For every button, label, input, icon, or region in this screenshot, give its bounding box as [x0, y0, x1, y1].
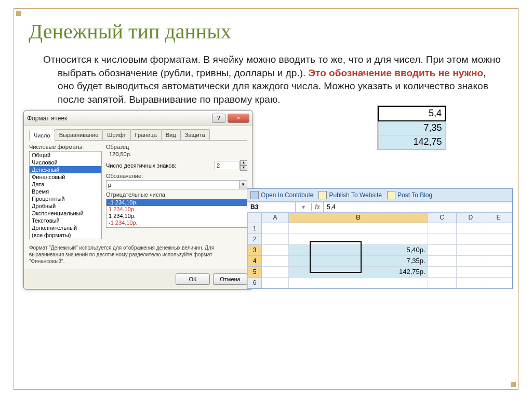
chevron-down-icon[interactable]: ▼	[239, 181, 247, 189]
ok-button[interactable]: ОК	[176, 273, 210, 285]
negatives-label: Отрицательные числа:	[106, 191, 247, 198]
plain-cells-sample: 5,4 7,35 142,75	[377, 105, 446, 150]
col-header[interactable]: E	[485, 212, 512, 223]
contribute-toolbar: Open In Contribute Publish To Website Po…	[247, 189, 512, 202]
formula-bar[interactable]: 5,4	[324, 202, 512, 212]
name-box[interactable]: B3	[247, 202, 296, 212]
list-item[interactable]: Общий	[30, 152, 101, 159]
list-item[interactable]: Время	[30, 188, 101, 195]
list-item[interactable]: Числовой	[30, 159, 101, 166]
tab-number[interactable]: Число	[29, 130, 55, 141]
list-item[interactable]: Дробный	[30, 202, 101, 210]
decimals-spin[interactable]: ▲▼	[240, 160, 247, 171]
negatives-listbox[interactable]: -1 234,10р. 1 234,10р. 1 234,10р. -1 234…	[106, 199, 247, 228]
tab-alignment[interactable]: Выравнивание	[55, 129, 103, 140]
select-all[interactable]	[248, 212, 262, 223]
tab-border[interactable]: Граница	[130, 129, 162, 140]
list-item[interactable]: Текстовый	[30, 217, 101, 224]
list-item[interactable]: 1 234,10р.	[107, 206, 247, 213]
list-item[interactable]: (все форматы)	[30, 231, 101, 239]
row-header[interactable]: 6	[248, 277, 262, 288]
col-header[interactable]: B	[289, 212, 428, 223]
list-item[interactable]: 1 234,10р.	[107, 213, 247, 219]
row-header[interactable]: 3	[248, 244, 262, 255]
tab-fill[interactable]: Вид	[161, 129, 181, 140]
list-item[interactable]: Финансовый	[30, 173, 101, 181]
row-header[interactable]: 1	[248, 223, 262, 234]
list-item[interactable]: -1 234,10р.	[107, 199, 247, 206]
cell[interactable]: 7,35	[378, 121, 445, 135]
spin-up-icon[interactable]: ▲	[240, 160, 247, 166]
symbol-combo[interactable]: р. ▼	[106, 180, 247, 189]
spin-down-icon[interactable]: ▼	[240, 166, 247, 171]
excel-snippet: Open In Contribute Publish To Website Po…	[247, 188, 513, 289]
tab-bar: Число Выравнивание Шрифт Граница Вид Защ…	[29, 129, 247, 141]
row-header[interactable]: 4	[248, 255, 262, 266]
publish-to-website-button[interactable]: Publish To Website	[318, 191, 382, 199]
col-header[interactable]: C	[428, 212, 456, 223]
dropdown-icon[interactable]: ▾	[296, 203, 312, 211]
list-item[interactable]: Дата	[30, 181, 101, 188]
sample-label: Образец	[106, 144, 247, 150]
spreadsheet-grid[interactable]: A B C D E 1 2 35,40р. 47,35р. 5142,75р. …	[247, 212, 512, 289]
list-item[interactable]: Процентный	[30, 195, 101, 202]
sample-value: 120,50р.	[109, 151, 247, 157]
col-header[interactable]: D	[456, 212, 485, 223]
dialog-caption: Формат ячеек	[27, 115, 210, 122]
format-description: Формат "Денежный" используется для отобр…	[29, 244, 247, 265]
close-button[interactable]: ×	[228, 114, 249, 123]
list-item[interactable]: Дополнительный	[30, 224, 101, 231]
format-list-label: Числовые форматы:	[29, 144, 102, 150]
dialog-titlebar[interactable]: Формат ячеек ? ×	[24, 111, 252, 126]
col-header[interactable]: A	[262, 212, 289, 223]
publish-icon	[318, 191, 327, 199]
label: Post To Blog	[397, 191, 432, 199]
tab-font[interactable]: Шрифт	[102, 129, 130, 140]
list-item[interactable]: -1 234,10р.	[107, 219, 247, 226]
decimals-label: Число десятичных знаков:	[106, 162, 215, 169]
para-red: Это обозначение вводить не нужно	[309, 67, 483, 78]
list-item[interactable]: Экспоненциальный	[30, 210, 101, 217]
blog-icon	[387, 191, 395, 199]
open-in-contribute-button[interactable]: Open In Contribute	[250, 191, 313, 199]
symbol-label: Обозначение:	[106, 173, 247, 179]
label: Publish To Website	[329, 191, 382, 199]
help-button[interactable]: ?	[212, 114, 225, 123]
format-cells-dialog: Формат ячеек ? × Число Выравнивание Шриф…	[23, 111, 253, 290]
post-to-blog-button[interactable]: Post To Blog	[387, 191, 432, 199]
row-header[interactable]: 5	[248, 266, 262, 277]
contribute-icon	[250, 191, 259, 199]
row-header[interactable]: 2	[248, 234, 262, 244]
decimals-input[interactable]: 2	[215, 161, 240, 170]
label: Open In Contribute	[261, 191, 313, 199]
cancel-button[interactable]: Отмена	[213, 273, 247, 285]
cell[interactable]: 5,40р.	[289, 244, 428, 255]
cell[interactable]: 7,35р.	[289, 255, 428, 266]
tab-protection[interactable]: Защита	[180, 129, 210, 140]
fx-icon[interactable]: fx	[312, 202, 324, 212]
cell[interactable]: 5,4	[378, 106, 445, 121]
cell[interactable]: 142,75	[378, 135, 445, 149]
format-listbox[interactable]: Общий Числовой Денежный Финансовый Дата …	[29, 151, 102, 239]
page-title: Денежный тип данных	[29, 19, 503, 44]
cell[interactable]: 142,75р.	[289, 266, 428, 277]
body-paragraph: Относится к числовым форматам. В ячейку …	[43, 53, 503, 106]
list-item[interactable]: Денежный	[30, 166, 101, 173]
symbol-value: р.	[108, 182, 113, 188]
